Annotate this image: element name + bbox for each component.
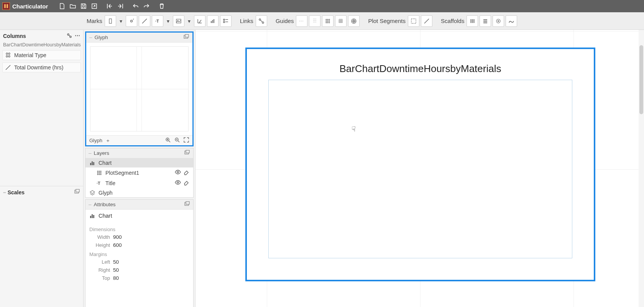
guide-h-button[interactable]: [296, 15, 307, 27]
mark-nested-button[interactable]: [207, 15, 219, 27]
guide-x-button[interactable]: [322, 15, 334, 27]
column-item-material-type[interactable]: Material Type: [2, 50, 81, 60]
attr-row-height[interactable]: Height600: [89, 241, 189, 249]
plotseg-region-button[interactable]: [408, 15, 419, 27]
svg-rect-9: [212, 20, 213, 23]
marks-group: Marks ▾ ·T ▾ ▾: [87, 15, 238, 27]
main-toolbar: Marks ▾ ·T ▾ ▾ Links Guides Plot Segment…: [0, 12, 644, 30]
svg-rect-20: [473, 19, 475, 23]
zoom-in-icon[interactable]: [165, 137, 171, 144]
save-button[interactable]: [79, 1, 89, 11]
collapse-icon[interactable]: –: [89, 150, 92, 156]
svg-rect-47: [186, 202, 189, 204]
plotseg-line-button[interactable]: [421, 15, 432, 27]
scales-header-label: Scales: [8, 189, 25, 195]
svg-point-30: [6, 56, 8, 57]
attr-row-width[interactable]: Width900: [89, 233, 189, 241]
visibility-icon[interactable]: [175, 169, 181, 176]
svg-rect-1: [7, 4, 8, 8]
mark-rect-dropdown[interactable]: ▾: [118, 15, 124, 27]
vertical-scrollbar[interactable]: [639, 30, 644, 307]
svg-rect-18: [470, 19, 472, 23]
erase-icon[interactable]: [183, 179, 189, 187]
mark-text-button[interactable]: ·T: [152, 15, 163, 27]
scaffold-curve-button[interactable]: [506, 15, 517, 27]
svg-rect-17: [411, 19, 416, 23]
chart-canvas-area[interactable]: BarChartDowntimeHoursbyMaterials ☟: [196, 30, 644, 307]
open-file-button[interactable]: [68, 1, 78, 11]
import-template-button[interactable]: [105, 1, 115, 11]
zoom-fit-icon[interactable]: [183, 137, 189, 144]
links-label: Links: [240, 18, 253, 24]
export-button[interactable]: [89, 1, 99, 11]
columns-more-icon[interactable]: ⋯: [75, 33, 80, 40]
svg-rect-8: [211, 21, 212, 23]
layers-popout-icon[interactable]: [184, 149, 190, 157]
redo-button[interactable]: [141, 1, 151, 11]
mid-column: – Glyph Glyph ＋ – Layers: [84, 30, 196, 307]
layer-row-glyph[interactable]: Glyph: [85, 188, 193, 197]
attr-row-left[interactable]: Left50: [89, 258, 189, 266]
attributes-panel-header: – Attributes: [85, 200, 193, 210]
attributes-object: Chart: [85, 210, 193, 222]
scaffold-polar-button[interactable]: [493, 15, 504, 27]
svg-point-31: [8, 56, 10, 57]
columns-link-icon[interactable]: [66, 33, 72, 40]
mark-dataaxis-button[interactable]: [194, 15, 205, 27]
scales-popout-icon[interactable]: [74, 189, 80, 196]
svg-point-43: [177, 171, 179, 173]
undo-button[interactable]: [131, 1, 141, 11]
layer-row-chart[interactable]: Chart: [85, 158, 193, 167]
datasource-name: BarChartDowntimeHoursbyMaterials: [0, 42, 83, 49]
chart-title[interactable]: BarChartDowntimeHoursbyMaterials: [247, 63, 594, 75]
glyph-canvas[interactable]: [86, 43, 192, 135]
erase-icon[interactable]: [183, 169, 189, 176]
svg-rect-41: [92, 161, 93, 165]
collapse-icon[interactable]: –: [89, 34, 92, 40]
delete-button[interactable]: [157, 1, 167, 11]
attributes-panel: – Attributes Chart Dimensions Width900 H…: [85, 199, 194, 307]
plot-segment[interactable]: [268, 80, 572, 258]
svg-text:·T: ·T: [97, 181, 100, 186]
glyph-footer-label: Glyph: [89, 138, 102, 143]
guide-y-button[interactable]: [335, 15, 347, 27]
scaffold-h-button[interactable]: [467, 15, 478, 27]
export-template-button[interactable]: [115, 1, 125, 11]
layer-row-plotsegment[interactable]: PlotSegment1: [85, 167, 193, 178]
layer-row-title[interactable]: ·T Title: [85, 178, 193, 188]
guide-v-button[interactable]: [309, 15, 320, 27]
glyph-add-icon[interactable]: ＋: [105, 137, 110, 144]
svg-rect-39: [186, 150, 189, 153]
mark-legend-button[interactable]: [220, 15, 232, 27]
mark-text-dropdown[interactable]: ▾: [165, 15, 171, 27]
scaffold-v-button[interactable]: [480, 15, 491, 27]
layer-label: PlotSegment1: [105, 170, 139, 176]
glyph-popout-icon[interactable]: [183, 34, 189, 41]
marks-label: Marks: [87, 18, 102, 24]
column-item-total-downtime[interactable]: Total Downtime (hrs): [2, 62, 81, 72]
new-file-button[interactable]: [57, 1, 67, 11]
collapse-icon[interactable]: –: [89, 202, 92, 207]
visibility-icon[interactable]: [175, 179, 181, 187]
mark-line-button[interactable]: [139, 15, 150, 27]
attr-row-right[interactable]: Right50: [89, 266, 189, 274]
zoom-out-icon[interactable]: [174, 137, 180, 144]
app-title: Charticulator: [12, 3, 48, 10]
mark-rect-button[interactable]: [105, 15, 116, 27]
layers-panel-header: – Layers: [85, 148, 193, 158]
dimensions-label: Dimensions: [89, 224, 189, 233]
mark-icon-dropdown[interactable]: ▾: [186, 15, 192, 27]
attr-row-top[interactable]: Top80: [89, 274, 189, 282]
mark-symbol-button[interactable]: [126, 15, 137, 27]
attributes-popout-icon[interactable]: [184, 201, 190, 208]
guide-polar-button[interactable]: [348, 15, 360, 27]
glyph-header-label: Glyph: [95, 34, 108, 40]
svg-point-45: [177, 182, 179, 183]
app-logo: [2, 2, 10, 10]
svg-rect-48: [90, 216, 91, 218]
mark-icon-button[interactable]: [173, 15, 184, 27]
layers-panel: – Layers Chart PlotSegment1 ·T Title: [85, 148, 194, 198]
links-button[interactable]: [256, 15, 267, 27]
chart-frame[interactable]: BarChartDowntimeHoursbyMaterials ☟: [245, 48, 595, 281]
svg-point-26: [67, 34, 69, 35]
